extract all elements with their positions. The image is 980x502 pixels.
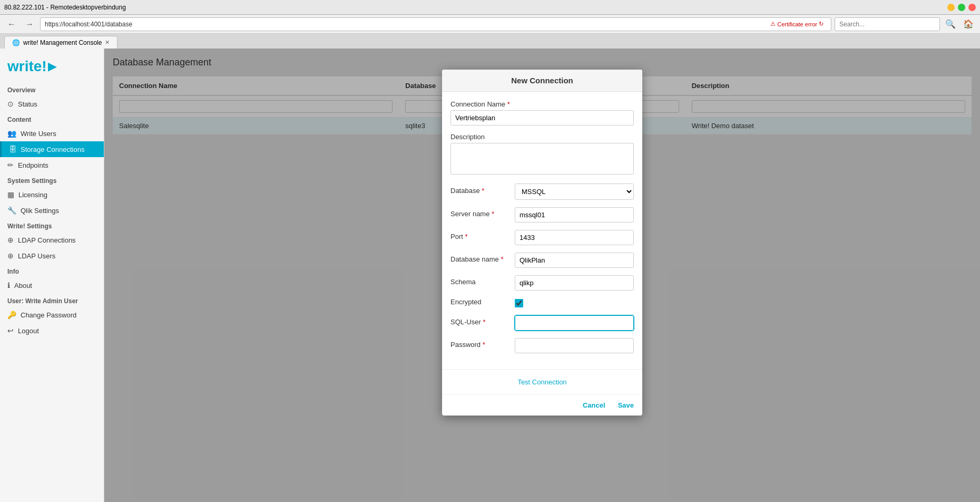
browser-tabs: 🌐 write! Management Console ✕ xyxy=(0,34,980,49)
database-name-label: Database name * xyxy=(450,255,508,263)
tab-favicon: 🌐 xyxy=(12,39,20,46)
main-content: Database Management Connection Name Data… xyxy=(104,49,980,502)
port-input[interactable] xyxy=(515,230,634,245)
sidebar-item-label: LDAP Connections xyxy=(18,236,76,244)
users-icon: 👥 xyxy=(7,129,16,138)
back-button[interactable]: ← xyxy=(4,17,19,32)
sidebar: write! ▶ Overview ⊙ Status Content 👥 Wri… xyxy=(0,49,104,502)
refresh-icon: ↻ xyxy=(819,21,824,27)
search-button[interactable]: 🔍 xyxy=(943,17,958,32)
cancel-button[interactable]: Cancel xyxy=(583,401,605,409)
minimize-button[interactable] xyxy=(947,4,955,11)
sidebar-item-logout[interactable]: ↩ Logout xyxy=(0,323,104,339)
titlebar-text: 80.82.222.101 - Remotedesktopverbindung xyxy=(4,4,126,11)
sidebar-item-label: Status xyxy=(18,100,37,108)
sidebar-item-endpoints[interactable]: ✏ Endpoints xyxy=(0,157,104,173)
section-system-settings: System Settings xyxy=(0,173,104,187)
schema-label: Schema xyxy=(450,278,508,286)
database-name-input[interactable] xyxy=(515,253,634,268)
address-bar[interactable]: https://localhost:4001/database ⚠ Certif… xyxy=(40,17,831,31)
sidebar-item-label: Endpoints xyxy=(18,161,48,169)
forward-button[interactable]: → xyxy=(22,17,37,32)
new-connection-modal: New Connection Connection Name * Descrip… xyxy=(442,70,642,416)
sidebar-item-label: Licensing xyxy=(18,191,47,199)
sidebar-item-about[interactable]: ℹ About xyxy=(0,277,104,293)
logo-arrow-icon: ▶ xyxy=(48,60,57,73)
password-input[interactable] xyxy=(515,338,634,353)
cert-error-icon: ⚠ xyxy=(770,21,776,27)
sidebar-item-write-users[interactable]: 👥 Write Users xyxy=(0,126,104,141)
endpoints-icon: ✏ xyxy=(7,161,14,169)
sidebar-item-label: Change Password xyxy=(21,311,76,319)
sidebar-item-label: Logout xyxy=(18,327,39,335)
home-button[interactable]: 🏠 xyxy=(961,17,976,32)
form-group-port: Port * xyxy=(450,230,634,245)
sidebar-item-ldap-users[interactable]: ⊕ LDAP Users xyxy=(0,248,104,264)
description-label: Description xyxy=(450,133,634,141)
sidebar-item-licensing[interactable]: ▦ Licensing xyxy=(0,187,104,202)
tab-close-button[interactable]: ✕ xyxy=(105,39,110,46)
sidebar-item-status[interactable]: ⊙ Status xyxy=(0,96,104,112)
ldap-conn-icon: ⊕ xyxy=(7,236,14,244)
browser-titlebar: 80.82.222.101 - Remotedesktopverbindung xyxy=(0,0,980,15)
description-textarea[interactable] xyxy=(450,143,634,175)
logo-text: write! xyxy=(7,58,47,75)
logo: write! ▶ xyxy=(0,54,104,82)
section-user: User: Write Admin User xyxy=(0,293,104,307)
section-overview: Overview xyxy=(0,82,104,96)
key-icon: 🔑 xyxy=(7,311,16,319)
about-icon: ℹ xyxy=(7,281,10,289)
sql-user-label: SQL-User * xyxy=(450,318,508,326)
tab-management-console[interactable]: 🌐 write! Management Console ✕ xyxy=(4,36,117,49)
form-group-database: Database * MSSQL MySQL PostgreSQL sqlite… xyxy=(450,184,634,200)
licensing-icon: ▦ xyxy=(7,190,14,199)
required-marker: * xyxy=(507,100,510,108)
database-select[interactable]: MSSQL MySQL PostgreSQL sqlite3 xyxy=(515,184,634,200)
port-label: Port * xyxy=(450,233,508,240)
connection-name-input[interactable] xyxy=(450,110,634,126)
modal-body: Connection Name * Description Database xyxy=(442,92,642,369)
maximize-button[interactable] xyxy=(958,4,965,11)
sidebar-item-qlik-settings[interactable]: 🔧 Qlik Settings xyxy=(0,202,104,218)
sidebar-item-label: Qlik Settings xyxy=(21,207,59,215)
tab-label: write! Management Console xyxy=(23,39,102,46)
browser-toolbar: ← → https://localhost:4001/database ⚠ Ce… xyxy=(0,15,980,34)
section-write-settings: Write! Settings xyxy=(0,218,104,232)
sql-user-input[interactable] xyxy=(515,315,634,331)
app-container: write! ▶ Overview ⊙ Status Content 👥 Wri… xyxy=(0,49,980,502)
test-connection-button[interactable]: Test Connection xyxy=(511,375,573,389)
section-content: Content xyxy=(0,112,104,126)
encrypted-label: Encrypted xyxy=(450,298,508,306)
logout-icon: ↩ xyxy=(7,326,14,335)
form-group-encrypted: Encrypted xyxy=(450,298,634,308)
modal-test-footer: Test Connection xyxy=(442,369,642,394)
database-icon: 🗄 xyxy=(9,145,16,153)
server-name-input[interactable] xyxy=(515,207,634,223)
sidebar-item-storage-connections[interactable]: 🗄 Storage Connections xyxy=(0,141,104,157)
schema-input[interactable] xyxy=(515,275,634,291)
cert-error: ⚠ Certificate error ↻ xyxy=(770,21,824,27)
sidebar-item-label: About xyxy=(14,282,32,289)
form-group-password: Password * xyxy=(450,338,634,353)
password-label: Password * xyxy=(450,341,508,349)
sidebar-item-label: LDAP Users xyxy=(18,252,55,260)
ldap-users-icon: ⊕ xyxy=(7,252,14,260)
sidebar-item-label: Write Users xyxy=(21,130,56,138)
connection-name-label: Connection Name * xyxy=(450,100,634,108)
modal-action-footer: Cancel Save xyxy=(442,394,642,416)
database-select-wrapper: MSSQL MySQL PostgreSQL sqlite3 xyxy=(515,184,634,200)
search-input[interactable] xyxy=(835,17,940,31)
save-button[interactable]: Save xyxy=(618,401,634,409)
form-group-server-name: Server name * xyxy=(450,207,634,223)
form-group-connection-name: Connection Name * xyxy=(450,100,634,126)
window-controls[interactable] xyxy=(947,4,976,11)
form-group-database-name: Database name * xyxy=(450,253,634,268)
form-group-schema: Schema xyxy=(450,275,634,291)
sidebar-item-ldap-connections[interactable]: ⊕ LDAP Connections xyxy=(0,232,104,248)
database-label: Database * xyxy=(450,187,508,195)
encrypted-checkbox[interactable] xyxy=(515,299,523,307)
server-name-label: Server name * xyxy=(450,210,508,218)
sidebar-item-change-password[interactable]: 🔑 Change Password xyxy=(0,307,104,323)
sidebar-item-label: Storage Connections xyxy=(21,146,84,153)
close-button[interactable] xyxy=(968,4,976,11)
